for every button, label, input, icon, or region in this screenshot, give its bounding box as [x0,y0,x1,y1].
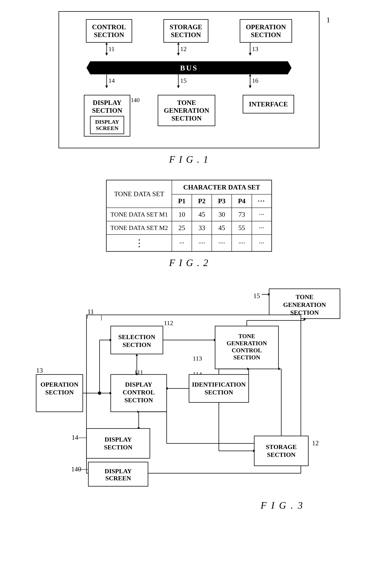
col-p1: P1 [172,194,192,208]
svg-text:14: 14 [72,434,78,441]
row1-p4: 73 [232,208,252,221]
fig1-top-arrows: 11 12 13 [70,43,308,61]
svg-text:14: 14 [108,77,115,84]
svg-marker-5 [177,53,180,56]
svg-marker-1 [105,53,108,56]
fig1-box: 1 CONTROLSECTION STORAGESECTION OPERATIO… [58,11,320,148]
col-p2: P2 [192,194,212,208]
svg-rect-53 [189,375,249,403]
svg-marker-19 [249,74,251,76]
row1-p2: 45 [192,208,212,221]
row2-p3: 45 [212,221,232,235]
character-data-set-header: CHARACTER DATA SET [172,180,271,195]
row-dots-p4: ···· [232,235,252,251]
svg-text:F I G . 3: F I G . 3 [260,500,304,511]
interface-block: INTERFACE [243,95,294,114]
svg-marker-15 [177,86,180,88]
svg-rect-79 [86,429,150,458]
row2-dots: ··· [252,221,272,235]
row2-p4: 55 [232,221,252,235]
row1-p3: 30 [212,208,232,221]
fig1-container: 1 CONTROLSECTION STORAGESECTION OPERATIO… [58,11,320,165]
svg-text:113: 113 [193,355,202,362]
tone-gen-section-block: TONEGENERATIONSECTION [158,95,215,126]
fig1-bottom-row: DISPLAYSECTION DISPLAYSCREEN 140 TONEGEN… [70,95,308,137]
col-p3: P3 [212,194,232,208]
svg-marker-9 [249,53,251,56]
svg-text:13: 13 [36,367,43,374]
svg-text:DISPLAY: DISPLAY [105,468,132,474]
svg-text:DISPLAY: DISPLAY [105,436,132,443]
row1-dots: ··· [252,208,272,221]
svg-text:IDENTIFICATION: IDENTIFICATION [192,381,246,388]
row2-label: TONE DATA SET M2 [107,221,172,235]
display-section-group: DISPLAYSECTION DISPLAYSCREEN 140 [84,95,130,137]
row-dots-p1: ··· [172,235,192,251]
fig1-top-row: CONTROLSECTION STORAGESECTION OPERATIONS… [70,19,308,43]
svg-text:13: 13 [252,45,258,52]
fig2-container: TONE DATA SET CHARACTER DATA SET P1 P2 P… [58,180,320,268]
row-dots-label: ⋮ [107,235,172,251]
svg-text:TONE: TONE [238,333,255,340]
bus-shape: BUS [86,61,292,74]
fig1-ref-number: 1 [326,15,330,24]
svg-text:12: 12 [312,439,319,447]
svg-text:CONTROL: CONTROL [232,347,262,354]
tone-data-set-header: TONE DATA SET [107,180,172,208]
svg-text:15: 15 [253,292,260,300]
svg-text:16: 16 [252,77,258,84]
display-section-block: DISPLAYSECTION DISPLAYSCREEN [84,95,130,137]
svg-text:SECTION: SECTION [45,389,74,396]
svg-text:15: 15 [180,77,187,84]
fig1-label: F I G . 1 [58,154,320,165]
bus-label: BUS [180,64,198,72]
row-dots-p3: ···· [212,235,232,251]
svg-text:CONTROL: CONTROL [123,389,155,396]
display-screen-block: DISPLAYSCREEN [90,116,124,134]
storage-section-block: STORAGESECTION [163,19,208,43]
svg-text:12: 12 [180,45,187,52]
svg-text:111: 111 [134,369,143,376]
svg-rect-89 [254,436,308,466]
fig2-label: F I G . 2 [58,257,320,268]
svg-text:GENERATION: GENERATION [227,340,267,347]
svg-text:GENERATION: GENERATION [283,301,326,308]
fig1-bottom-arrows: 14 15 16 [70,74,308,95]
row1-p1: 10 [172,208,192,221]
bus-row: BUS [70,61,308,74]
page-content: 1 CONTROLSECTION STORAGESECTION OPERATIO… [15,11,363,526]
col-p4: P4 [232,194,252,208]
col-dots: ··· [252,194,272,208]
svg-text:SECTION: SECTION [124,397,153,404]
row-dots-end: ··· [252,235,272,251]
operation-section-block: OPERATIONSECTION [240,19,292,43]
svg-text:SELECTION: SELECTION [118,334,155,340]
row2-p1: 25 [172,221,192,235]
svg-text:11: 11 [108,45,115,52]
fig3-container: TONE GENERATION SECTION 15 11 SELECTION … [31,283,347,526]
svg-text:TONE: TONE [296,293,313,300]
ref-140: 140 [131,97,140,104]
svg-text:STORAGE: STORAGE [266,444,297,450]
svg-text:DISPLAY: DISPLAY [125,381,152,388]
row1-label: TONE DATA SET M1 [107,208,172,221]
svg-text:11: 11 [87,308,94,315]
fig2-table-center: TONE DATA SET CHARACTER DATA SET P1 P2 P… [58,180,320,252]
svg-text:112: 112 [164,320,173,327]
svg-text:SECTION: SECTION [104,444,132,451]
row2-p2: 33 [192,221,212,235]
svg-marker-6 [177,43,180,45]
svg-text:SECTION: SECTION [267,451,296,458]
control-section-block: CONTROLSECTION [86,19,132,43]
svg-marker-18 [249,86,251,88]
svg-text:SECTION: SECTION [233,354,260,361]
fig3-svg: TONE GENERATION SECTION 15 11 SELECTION … [31,283,347,525]
svg-text:SECTION: SECTION [122,341,151,348]
svg-text:SECTION: SECTION [204,389,233,396]
fig2-table: TONE DATA SET CHARACTER DATA SET P1 P2 P… [106,180,272,252]
svg-marker-12 [105,86,108,88]
svg-marker-2 [105,43,108,45]
svg-text:140: 140 [71,465,81,473]
row-dots-p2: ···· [192,235,212,251]
svg-text:SCREEN: SCREEN [105,475,131,482]
